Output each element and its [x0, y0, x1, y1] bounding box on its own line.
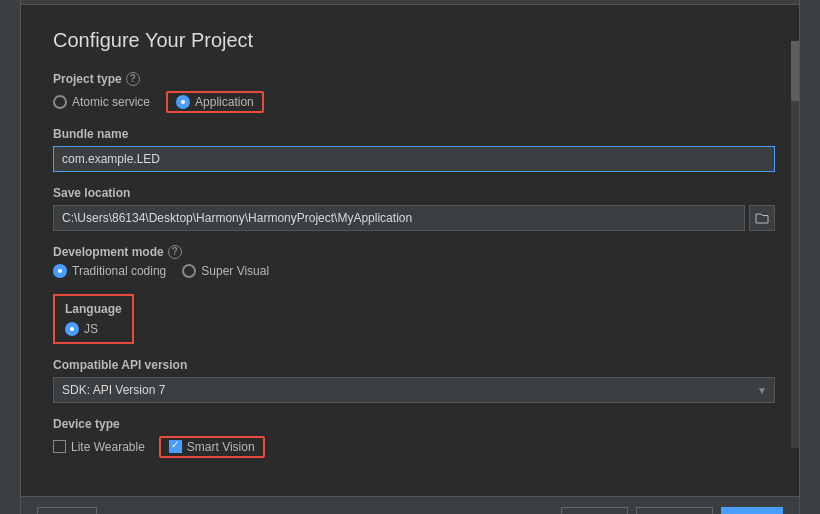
development-mode-options: Traditional coding Super Visual — [53, 264, 775, 278]
smart-vision-checkbox[interactable] — [169, 440, 182, 453]
lite-wearable-option[interactable]: Lite Wearable — [53, 440, 145, 454]
project-type-options: Atomic service Application — [53, 91, 775, 113]
save-location-group: Save location — [53, 186, 775, 231]
device-type-group: Device type Lite Wearable Smart Vision — [53, 417, 775, 458]
development-mode-help-icon[interactable]: ? — [168, 245, 182, 259]
language-group: Language JS — [53, 292, 775, 344]
atomic-service-option[interactable]: Atomic service — [53, 95, 150, 109]
super-visual-label: Super Visual — [201, 264, 269, 278]
js-language-radio[interactable] — [65, 322, 79, 336]
compatible-api-select-wrapper: SDK: API Version 7 SDK: API Version 8 SD… — [53, 377, 775, 403]
help-button[interactable]: Help — [37, 507, 97, 515]
footer-left: Help — [37, 507, 97, 515]
page-title: Configure Your Project — [53, 29, 775, 52]
traditional-coding-option[interactable]: Traditional coding — [53, 264, 166, 278]
application-radio[interactable] — [176, 95, 190, 109]
finish-button[interactable]: Finish — [721, 507, 783, 515]
scrollbar-track[interactable] — [791, 41, 799, 448]
device-type-label: Device type — [53, 417, 775, 431]
super-visual-option[interactable]: Super Visual — [182, 264, 269, 278]
bundle-name-label: Bundle name — [53, 127, 775, 141]
compatible-api-label: Compatible API version — [53, 358, 775, 372]
traditional-coding-label: Traditional coding — [72, 264, 166, 278]
bundle-name-group: Bundle name — [53, 127, 775, 172]
super-visual-radio[interactable] — [182, 264, 196, 278]
scrollbar-thumb[interactable] — [791, 41, 799, 101]
traditional-coding-radio[interactable] — [53, 264, 67, 278]
save-location-input[interactable] — [53, 205, 745, 231]
project-type-label: Project type ? — [53, 72, 775, 86]
save-location-wrapper — [53, 205, 775, 231]
atomic-service-label: Atomic service — [72, 95, 150, 109]
smart-vision-label: Smart Vision — [187, 440, 255, 454]
application-option[interactable]: Application — [166, 91, 264, 113]
dialog-body: Configure Your Project Project type ? At… — [21, 5, 799, 496]
js-language-option[interactable]: JS — [65, 322, 122, 336]
smart-vision-option[interactable]: Smart Vision — [159, 436, 265, 458]
language-label: Language — [65, 302, 122, 316]
project-type-help-icon[interactable]: ? — [126, 72, 140, 86]
compatible-api-group: Compatible API version SDK: API Version … — [53, 358, 775, 403]
js-language-label: JS — [84, 322, 98, 336]
cancel-button[interactable]: Cancel — [561, 507, 628, 515]
compatible-api-select[interactable]: SDK: API Version 7 SDK: API Version 8 SD… — [53, 377, 775, 403]
previous-button[interactable]: Previous — [636, 507, 713, 515]
atomic-service-radio[interactable] — [53, 95, 67, 109]
application-label: Application — [195, 95, 254, 109]
footer-right: Cancel Previous Finish — [561, 507, 783, 515]
language-section-box: Language JS — [53, 294, 134, 344]
folder-icon — [755, 212, 769, 224]
browse-folder-button[interactable] — [749, 205, 775, 231]
dialog-footer: Help Cancel Previous Finish — [21, 496, 799, 515]
lite-wearable-label: Lite Wearable — [71, 440, 145, 454]
save-location-label: Save location — [53, 186, 775, 200]
project-type-group: Project type ? Atomic service Applicatio… — [53, 72, 775, 113]
bundle-name-input[interactable] — [53, 146, 775, 172]
development-mode-label: Development mode ? — [53, 245, 775, 259]
device-type-options: Lite Wearable Smart Vision — [53, 436, 775, 458]
create-project-dialog: Create Project ✕ Configure Your Project … — [20, 0, 800, 514]
development-mode-group: Development mode ? Traditional coding Su… — [53, 245, 775, 278]
lite-wearable-checkbox[interactable] — [53, 440, 66, 453]
